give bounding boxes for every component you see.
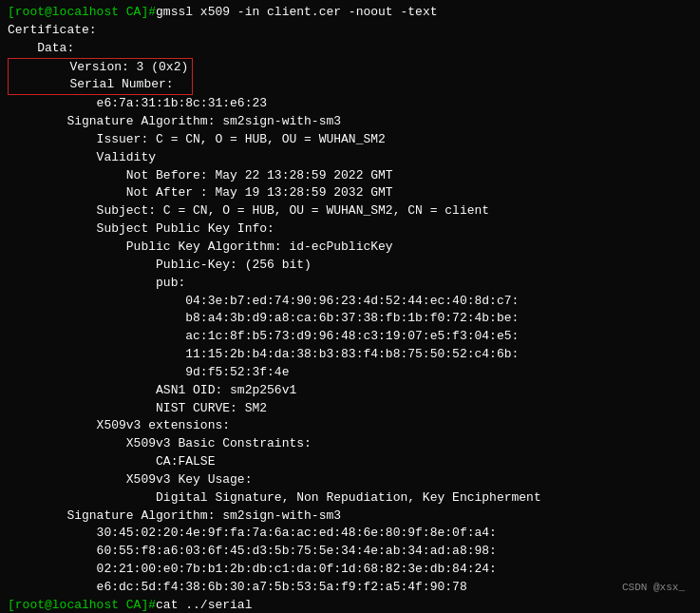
terminal-line: Serial Number: xyxy=(10,76,188,94)
terminal-line: Public-Key: (256 bit) xyxy=(8,257,692,275)
terminal-line: Signature Algorithm: sm2sign-with-sm3 xyxy=(8,113,692,131)
terminal-line: X509v3 Key Usage: xyxy=(8,471,692,489)
terminal-line: 02:21:00:e0:7b:b1:2b:db:c1:da:0f:1d:68:8… xyxy=(8,561,692,579)
terminal-line: Subject Public Key Info: xyxy=(8,220,692,239)
terminal-line: Signature Algorithm: sm2sign-with-sm3 xyxy=(8,508,692,526)
terminal-line: 60:55:f8:a6:03:6f:45:d3:5b:75:5e:34:4e:a… xyxy=(8,543,692,561)
terminal-line: 30:45:02:20:4e:9f:fa:7a:6a:ac:ed:48:6e:8… xyxy=(8,525,692,543)
terminal-line: e6:7a:31:1b:8c:31:e6:23 xyxy=(8,95,692,113)
terminal-line: e6:dc:5d:f4:38:6b:30:a7:5b:53:5a:f9:f2:a… xyxy=(8,579,692,597)
terminal-line: Issuer: C = CN, O = HUB, OU = WUHAN_SM2 xyxy=(8,131,692,149)
terminal-line: Subject: C = CN, O = HUB, OU = WUHAN_SM2… xyxy=(8,202,692,220)
terminal-line: CA:FALSE xyxy=(8,453,692,471)
terminal-line: 11:15:2b:b4:da:38:b3:83:f4:b8:75:50:52:c… xyxy=(8,346,692,364)
watermark: CSDN @xsx_ xyxy=(622,581,685,596)
terminal-line: ASN1 OID: sm2p256v1 xyxy=(8,382,692,400)
terminal-line: X509v3 Basic Constraints: xyxy=(8,435,692,453)
terminal-line: pub: xyxy=(8,275,692,293)
terminal-line: Data: xyxy=(8,40,692,58)
terminal-line: ac:1c:8f:b5:73:d9:96:48:c3:19:07:e5:f3:0… xyxy=(8,328,692,346)
terminal-line: [root@localhost CA]#gmssl x509 -in clien… xyxy=(8,4,692,22)
terminal-line: Not After : May 19 13:28:59 2032 GMT xyxy=(8,184,692,202)
terminal-line: Validity xyxy=(8,149,692,167)
terminal-line: Digital Signature, Non Repudiation, Key … xyxy=(8,489,692,508)
terminal-line: b8:a4:3b:d9:a8:ca:6b:37:38:fb:1b:f0:72:4… xyxy=(8,310,692,328)
terminal-line: 04:3e:b7:ed:74:90:96:23:4d:52:44:ec:40:8… xyxy=(8,293,692,311)
terminal-line: NIST CURVE: SM2 xyxy=(8,400,692,418)
terminal-line: X509v3 extensions: xyxy=(8,417,692,435)
terminal-line: 9d:f5:52:3f:4e xyxy=(8,364,692,382)
terminal-line: Not Before: May 22 13:28:59 2022 GMT xyxy=(8,167,692,185)
terminal-line: [root@localhost CA]#cat ../serial xyxy=(8,597,692,613)
terminal-line: Public Key Algorithm: id-ecPublicKey xyxy=(8,239,692,257)
terminal-window: [root@localhost CA]#gmssl x509 -in clien… xyxy=(8,4,692,613)
terminal-line: Version: 3 (0x2) xyxy=(10,59,188,77)
terminal-line: Certificate: xyxy=(8,22,692,40)
